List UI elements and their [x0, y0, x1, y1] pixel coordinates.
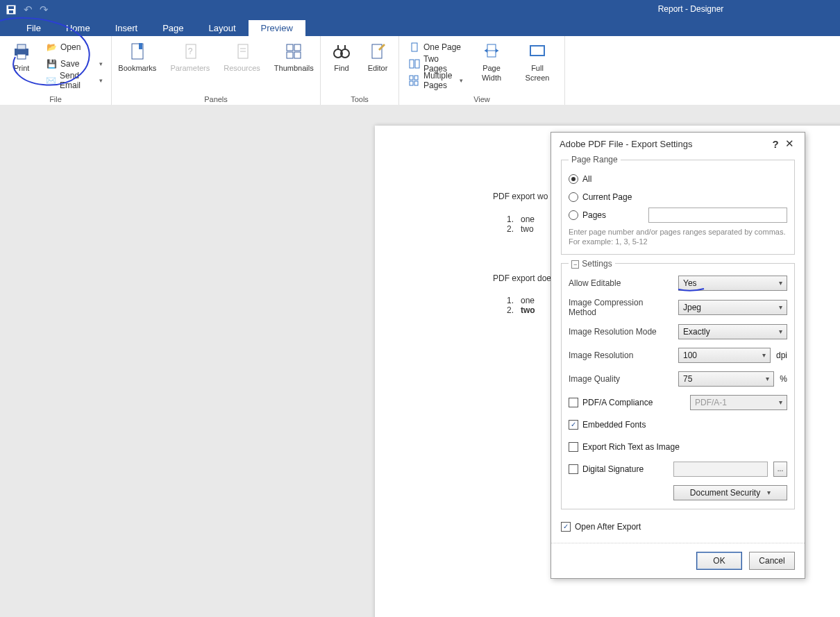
pdfa-select: PDF/A-1▾: [690, 395, 787, 410]
printer-icon: [10, 40, 33, 62]
svg-rect-4: [17, 44, 26, 49]
svg-rect-22: [412, 43, 417, 51]
list-item: 1.one: [507, 214, 535, 224]
svg-rect-27: [410, 81, 413, 85]
thumbnails-icon: [283, 40, 305, 62]
allow-editable-select[interactable]: Yes▾: [678, 276, 787, 291]
redo-icon[interactable]: ↷: [40, 3, 49, 16]
browse-button[interactable]: ...: [773, 462, 787, 477]
export-richtext-checkbox[interactable]: Export Rich Text as Image: [569, 442, 680, 452]
dpi-label: dpi: [776, 350, 787, 360]
svg-rect-15: [287, 52, 293, 58]
chevron-down-icon: ▾: [766, 375, 769, 382]
one-page-icon: [409, 42, 420, 53]
svg-rect-1: [8, 6, 14, 9]
chevron-down-icon: ▾: [779, 279, 782, 287]
full-screen-icon: [526, 40, 548, 62]
doc-heading-1: PDF export wo: [493, 192, 548, 201]
group-label-file: File: [49, 94, 62, 103]
svg-rect-25: [410, 76, 413, 80]
resources-icon: [231, 40, 253, 62]
binoculars-icon: [330, 40, 353, 62]
group-label-panels: Panels: [204, 94, 228, 103]
pages-input[interactable]: [648, 208, 787, 223]
radio-current-page[interactable]: Current Page: [569, 192, 632, 202]
print-button[interactable]: Print: [7, 39, 36, 74]
svg-rect-7: [139, 43, 142, 49]
open-after-export-checkbox[interactable]: ✓Open After Export: [561, 522, 641, 532]
send-email-button[interactable]: ✉️Send Email▾: [43, 72, 106, 89]
dialog-buttons: OK Cancel: [551, 543, 805, 578]
resources-button[interactable]: Resources: [219, 39, 264, 74]
ok-button[interactable]: OK: [696, 552, 742, 570]
page-range-group: Page Range All Current Page Pages Enter …: [561, 155, 795, 255]
export-settings-dialog: Adobe PDF File - Export Settings ? ✕ Pag…: [551, 132, 805, 579]
list-item: 2.two: [507, 224, 535, 234]
one-page-button[interactable]: One Page: [406, 39, 466, 56]
thumbnails-button[interactable]: Thumbnails: [270, 39, 318, 74]
doc-heading-2: PDF export doe: [493, 273, 551, 283]
help-icon[interactable]: ?: [768, 138, 782, 150]
ribbon: Print 📂Open 💾Save▾ ✉️Send Email▾ File Bo…: [0, 36, 840, 105]
menu-preview[interactable]: Preview: [249, 20, 305, 36]
image-resolution-mode-label: Image Resolution Mode: [569, 327, 673, 337]
svg-rect-21: [372, 44, 382, 58]
app-title: Report - Designer: [0, 4, 840, 14]
menu-bar: File Home Insert Page Layout Preview: [0, 19, 840, 36]
dialog-title: Adobe PDF File - Export Settings: [560, 139, 692, 149]
save-icon: 💾: [46, 58, 57, 69]
svg-rect-2: [9, 10, 13, 13]
page-range-legend: Page Range: [569, 155, 621, 164]
image-resolution-mode-select[interactable]: Exactly▾: [678, 324, 787, 339]
chevron-down-icon: ▾: [762, 351, 766, 359]
save-button[interactable]: 💾Save▾: [43, 56, 106, 72]
embedded-fonts-checkbox[interactable]: ✓Embedded Fonts: [569, 420, 646, 430]
chevron-down-icon: ▾: [767, 489, 771, 496]
image-resolution-select[interactable]: 100▾: [678, 348, 771, 363]
bookmarks-button[interactable]: Bookmarks: [114, 39, 160, 74]
chevron-down-icon: ▾: [779, 328, 782, 335]
image-compression-select[interactable]: Jpeg▾: [678, 300, 787, 315]
find-button[interactable]: Find: [326, 39, 357, 74]
digital-signature-checkbox[interactable]: Digital Signature: [569, 464, 644, 474]
menu-page[interactable]: Page: [150, 20, 196, 36]
menu-file[interactable]: File: [14, 20, 53, 36]
svg-rect-28: [414, 81, 418, 85]
save-icon[interactable]: [6, 4, 17, 15]
menu-home[interactable]: Home: [53, 20, 103, 36]
chevron-down-icon[interactable]: ▾: [99, 60, 103, 67]
multiple-pages-button[interactable]: Multiple Pages▾: [406, 72, 466, 89]
svg-text:?: ?: [187, 47, 192, 56]
editor-button[interactable]: Editor: [362, 39, 393, 74]
radio-pages[interactable]: Pages: [569, 210, 606, 220]
radio-all[interactable]: All: [569, 174, 591, 184]
parameters-button[interactable]: ?Parameters: [166, 39, 214, 74]
image-quality-select[interactable]: 75▾: [678, 371, 774, 387]
svg-rect-26: [414, 76, 418, 80]
menu-layout[interactable]: Layout: [196, 20, 249, 36]
open-button[interactable]: 📂Open: [43, 39, 106, 56]
pdfa-checkbox[interactable]: PDF/A Compliance: [569, 398, 653, 407]
document-security-select[interactable]: Document Security▾: [673, 485, 787, 500]
chevron-down-icon[interactable]: ▾: [460, 77, 463, 84]
undo-icon[interactable]: ↶: [24, 3, 33, 16]
close-icon[interactable]: ✕: [782, 137, 796, 150]
list-item: 1.one: [507, 296, 535, 305]
cancel-button[interactable]: Cancel: [749, 552, 795, 570]
two-pages-button[interactable]: Two Pages: [406, 56, 466, 72]
settings-legend: −Settings: [569, 259, 615, 269]
allow-editable-label: Allow Editable: [569, 278, 673, 288]
menu-insert[interactable]: Insert: [103, 20, 151, 36]
svg-rect-23: [410, 60, 414, 68]
chevron-down-icon[interactable]: ▾: [99, 77, 103, 84]
page-width-button[interactable]: PageWidth: [471, 39, 512, 83]
image-resolution-label: Image Resolution: [569, 350, 673, 360]
annotation-underline: [678, 287, 705, 293]
svg-rect-5: [17, 54, 26, 59]
dialog-title-bar: Adobe PDF File - Export Settings ? ✕: [551, 133, 805, 155]
image-compression-label: Image Compression Method: [569, 298, 673, 317]
bookmarks-icon: [126, 40, 149, 62]
chevron-down-icon: ▾: [779, 303, 782, 311]
full-screen-button[interactable]: FullScreen: [517, 39, 557, 83]
collapse-icon[interactable]: −: [571, 260, 579, 269]
